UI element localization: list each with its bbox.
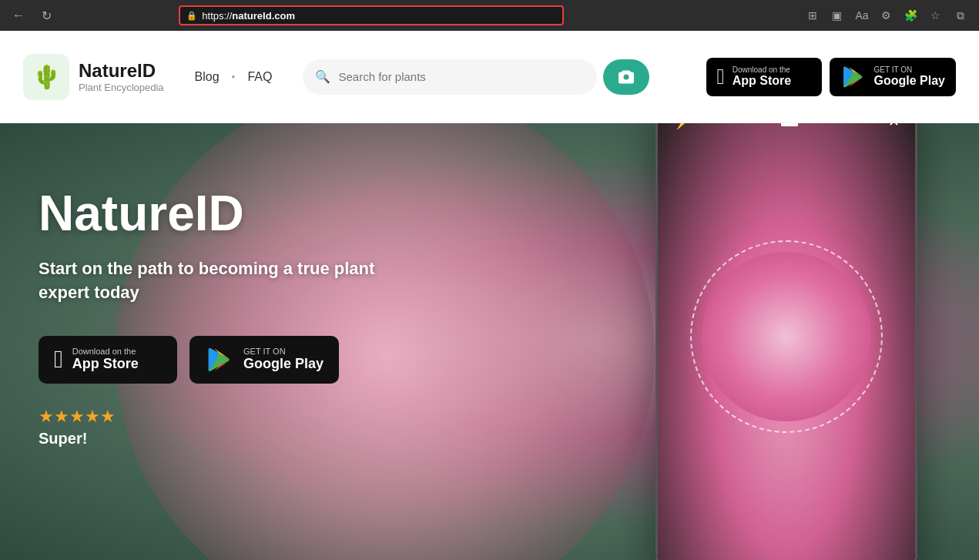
extensions-icon[interactable]: ▣ bbox=[826, 5, 848, 26]
browser-chrome: ← ↻ 🔒 https://natureId.com ⊞ ▣ Aa ⚙ 🧩 ☆ … bbox=[0, 0, 979, 31]
puzzle-icon[interactable]: 🧩 bbox=[900, 5, 922, 26]
hero-title: NatureID bbox=[39, 185, 385, 242]
hero-rating-label: Super! bbox=[39, 430, 385, 448]
collection-icon[interactable]: ⧉ bbox=[950, 5, 971, 26]
faq-nav-link[interactable]: FAQ bbox=[247, 70, 272, 84]
hero-apple-icon:  bbox=[54, 345, 63, 374]
favorites-icon[interactable]: ☆ bbox=[925, 5, 947, 26]
logo-subtitle: Plant Encyclopedia bbox=[79, 82, 164, 93]
logo-icon: 🌵 bbox=[23, 54, 69, 100]
phone-screen: ⚡ ✕ bbox=[658, 123, 915, 560]
phone-mockup: ⚡ ✕ bbox=[655, 123, 917, 560]
search-icon: 🔍 bbox=[315, 69, 330, 84]
search-area: 🔍 bbox=[303, 59, 649, 95]
browser-tools: ⊞ ▣ Aa ⚙ 🧩 ☆ ⧉ bbox=[802, 5, 971, 26]
camera-icon bbox=[617, 68, 635, 86]
hero-store-buttons:  Download on the App Store GET IT ON Go… bbox=[39, 336, 385, 384]
header-appstore-button[interactable]:  Download on the App Store bbox=[706, 58, 822, 96]
phone-detection-circle bbox=[690, 240, 883, 433]
search-input-wrapper: 🔍 bbox=[303, 59, 597, 95]
lock-icon: 🔒 bbox=[186, 11, 197, 21]
hero-rating: ★★★★★ bbox=[39, 407, 385, 427]
camera-search-button[interactable] bbox=[603, 59, 649, 95]
hero-subtitle: Start on the path to becoming a true pla… bbox=[39, 257, 385, 305]
phone-close-icon: ✕ bbox=[888, 123, 900, 130]
hero-content: NatureID Start on the path to becoming a… bbox=[0, 123, 424, 509]
hero-appstore-button[interactable]:  Download on the App Store bbox=[39, 336, 177, 384]
apple-icon:  bbox=[717, 65, 725, 89]
header-googleplay-button[interactable]: GET IT ON Google Play bbox=[830, 58, 956, 96]
address-text: https://natureId.com bbox=[202, 10, 295, 22]
back-button[interactable]: ← bbox=[8, 5, 29, 26]
hero-appstore-text: Download on the App Store bbox=[72, 347, 139, 372]
hero-googleplay-icon bbox=[205, 345, 234, 374]
search-input[interactable] bbox=[338, 70, 585, 83]
logo-link[interactable]: 🌵 NatureID Plant Encyclopedia bbox=[23, 54, 164, 100]
hero-googleplay-text: GET IT ON Google Play bbox=[243, 347, 324, 372]
appstore-text: Download on the App Store bbox=[733, 65, 791, 88]
hero-googleplay-button[interactable]: GET IT ON Google Play bbox=[189, 336, 339, 384]
main-nav: Blog ● FAQ bbox=[195, 70, 273, 84]
font-icon[interactable]: Aa bbox=[851, 5, 873, 26]
translate-icon[interactable]: ⚙ bbox=[876, 5, 897, 26]
blog-nav-link[interactable]: Blog bbox=[195, 70, 220, 84]
reload-button[interactable]: ↻ bbox=[35, 5, 57, 26]
address-bar[interactable]: 🔒 https://natureId.com bbox=[179, 5, 564, 25]
hero-section: NatureID Start on the path to becoming a… bbox=[0, 123, 979, 560]
flash-icon: ⚡ bbox=[673, 123, 690, 130]
phone-ui-bar: ⚡ ✕ bbox=[658, 123, 915, 139]
googleplay-icon bbox=[840, 64, 867, 90]
googleplay-text: GET IT ON Google Play bbox=[874, 65, 945, 88]
monitor-icon[interactable]: ⊞ bbox=[802, 5, 823, 26]
site-header: 🌵 NatureID Plant Encyclopedia Blog ● FAQ… bbox=[0, 31, 979, 123]
logo-text: NatureID Plant Encyclopedia bbox=[79, 60, 164, 93]
header-store-buttons:  Download on the App Store GET IT ON Go… bbox=[706, 58, 956, 96]
phone-camera-icon bbox=[781, 123, 798, 130]
rating-stars: ★★★★★ bbox=[39, 407, 116, 427]
phone-outer: ⚡ ✕ bbox=[655, 123, 917, 560]
logo-name: NatureID bbox=[79, 60, 164, 82]
nav-separator: ● bbox=[232, 73, 236, 80]
